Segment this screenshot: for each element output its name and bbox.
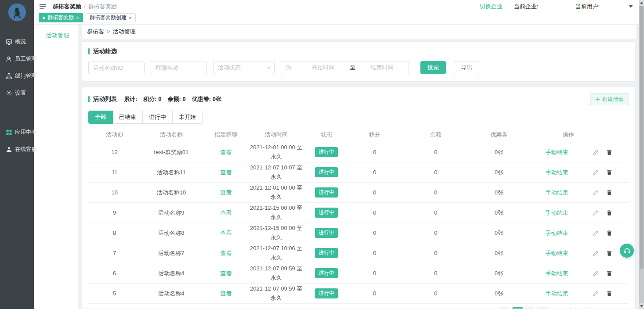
delete-icon[interactable] [606, 230, 612, 236]
export-button[interactable]: 导出 [454, 61, 479, 74]
view-group-link[interactable]: 查看 [220, 149, 232, 155]
page-breadcrumb-parent: 群拓客 [87, 28, 104, 35]
delete-icon[interactable] [606, 210, 612, 216]
manual-end-link[interactable]: 手动结束 [546, 209, 568, 217]
page-button-1[interactable]: 1 [512, 307, 523, 309]
status-tab-3[interactable]: 未开始 [173, 111, 203, 124]
time-end: 永久 [250, 273, 302, 282]
sidebar-item-label: 概况 [15, 38, 26, 46]
scroll-up-arrow-icon[interactable] [639, 0, 644, 6]
edit-icon[interactable] [593, 149, 599, 155]
delete-icon[interactable] [606, 291, 612, 297]
nav-tab-2[interactable]: 群拓客奖励创建× [86, 13, 136, 22]
cell-points: 0 [351, 169, 399, 176]
column-header: 状态 [302, 131, 351, 139]
switch-company-link[interactable]: 切换企业 [480, 3, 503, 11]
summary-segment: 积分: 0 [143, 95, 161, 103]
sidebar-item-department-management[interactable]: 部门管理 [0, 68, 34, 85]
manual-end-link[interactable]: 手动结束 [546, 148, 568, 156]
list-title-text: 活动列表 [93, 95, 117, 103]
summary-segment: 余额: 0 [168, 95, 186, 103]
edit-icon[interactable] [593, 190, 599, 196]
manual-end-link[interactable]: 手动结束 [546, 229, 568, 237]
tab-label: 群拓客奖励创建 [90, 14, 127, 22]
edit-icon[interactable] [593, 270, 599, 277]
sidebar-item-online-service[interactable]: 在线客服 [0, 141, 34, 158]
cell-status: 进行中 [302, 187, 351, 198]
time-start: 2021-12-07 09:59 至 [250, 264, 302, 273]
view-group-link[interactable]: 查看 [220, 270, 232, 277]
nav-tab-1[interactable]: 群拓客奖励× [39, 13, 83, 22]
page-button-2[interactable]: 2 [523, 307, 534, 309]
manual-end-link[interactable]: 手动结束 [546, 169, 568, 176]
status-tab-2[interactable]: 进行中 [143, 111, 173, 124]
app-logo[interactable] [8, 4, 26, 21]
view-group-link[interactable]: 查看 [220, 189, 232, 196]
delete-icon[interactable] [606, 169, 612, 176]
edit-icon[interactable] [593, 230, 599, 236]
status-tab-1[interactable]: 已结束 [113, 111, 143, 124]
prev-page-button[interactable] [498, 307, 509, 309]
view-group-link[interactable]: 查看 [220, 290, 232, 297]
cell-activity-id: 11 [88, 169, 141, 176]
close-icon[interactable]: × [76, 15, 79, 21]
end-time-placeholder: 结束时间 [360, 64, 404, 72]
status-select-placeholder: 活动状态 [218, 64, 241, 72]
manual-end-link[interactable]: 手动结束 [546, 249, 568, 257]
user-dropdown-caret-icon[interactable] [629, 5, 633, 8]
search-button[interactable]: 搜索 [420, 61, 446, 74]
date-range-picker[interactable]: 开始时间 至 结束时间 [281, 61, 409, 74]
view-group-link[interactable]: 查看 [220, 209, 232, 216]
edit-icon[interactable] [593, 169, 599, 176]
view-group-link[interactable]: 查看 [220, 169, 232, 176]
sidebar-item-staff-management[interactable]: 员工管理 [0, 50, 34, 68]
delete-icon[interactable] [606, 270, 612, 277]
status-filter-tabs: 全部已结束进行中未开始 [88, 111, 629, 124]
cell-activity-id: 7 [88, 250, 141, 256]
view-group-link[interactable]: 查看 [220, 230, 232, 236]
page-scrollbar[interactable] [639, 0, 644, 309]
cell-coupons: 0张 [473, 269, 525, 277]
customer-service-fab[interactable] [620, 244, 634, 258]
activity-name-input[interactable] [88, 61, 145, 74]
view-group-link[interactable]: 查看 [220, 250, 232, 256]
main-content: 群拓客>活动管理 活动筛选 活动状态 [78, 25, 639, 309]
next-page-button[interactable] [537, 307, 548, 309]
cell-status: 进行中 [302, 228, 351, 238]
sidebar-item-app-center[interactable]: 应用中心 [0, 124, 34, 141]
cell-activity-id: 8 [88, 230, 141, 236]
manual-end-link[interactable]: 手动结束 [546, 290, 568, 298]
scroll-down-arrow-icon[interactable] [639, 303, 644, 309]
delete-icon[interactable] [606, 190, 612, 196]
status-tab-0[interactable]: 全部 [88, 111, 113, 124]
breadcrumb: 群拓客奖励 / 群拓客奖励 [53, 3, 117, 11]
breadcrumb-parent[interactable]: 群拓客奖励 [53, 3, 81, 11]
sidebar-item-overview[interactable]: 概况 [0, 33, 34, 50]
edit-icon[interactable] [593, 250, 599, 256]
cell-balance: 0 [399, 250, 473, 256]
time-start: 2021-12-01 00:00 至 [250, 143, 302, 152]
submenu-item-activity-management[interactable]: 活动管理 [34, 25, 78, 40]
manual-end-link[interactable]: 手动结束 [546, 269, 568, 277]
cell-activity-name: test-群奖励01 [141, 148, 202, 156]
sidebar-item-settings[interactable]: 设置 [0, 85, 34, 102]
group-name-input[interactable] [151, 61, 207, 74]
delete-icon[interactable] [606, 250, 612, 256]
delete-icon[interactable] [606, 149, 612, 155]
activity-status-select[interactable]: 活动状态 [213, 61, 275, 74]
sidebar-item-label: 部门管理 [15, 72, 37, 80]
goto-page-input[interactable] [570, 307, 586, 309]
cell-activity-id: 10 [88, 189, 141, 196]
cell-activity-time: 2021-12-15 00:00 至 永久 [250, 224, 302, 241]
time-end: 永久 [250, 193, 302, 201]
column-header: 积分 [351, 131, 399, 139]
scrollbar-thumb[interactable] [640, 6, 644, 269]
edit-icon[interactable] [593, 210, 599, 216]
close-icon[interactable]: × [129, 15, 132, 21]
manual-end-link[interactable]: 手动结束 [546, 189, 568, 197]
create-activity-button[interactable]: 创建活动 [590, 93, 629, 105]
hamburger-menu-icon[interactable] [39, 4, 47, 10]
edit-icon[interactable] [593, 291, 599, 297]
cell-balance: 0 [399, 209, 473, 216]
app-center-icon [6, 129, 12, 136]
